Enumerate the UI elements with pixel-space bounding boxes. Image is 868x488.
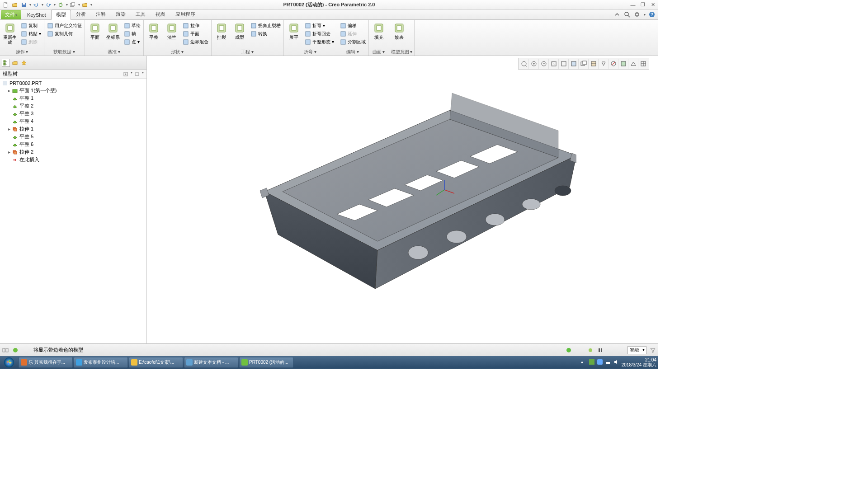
ribbon-button[interactable]: 重新生成 [2, 21, 18, 46]
taskbar-item[interactable]: E:\caofei\1文案\... [129, 357, 183, 368]
tree-node[interactable]: ▸拉伸 1 [0, 125, 146, 133]
ribbon-button[interactable]: 复制几何 [46, 30, 83, 38]
ribbon-button[interactable]: 边界混合 [182, 38, 209, 46]
perspective-icon[interactable] [628, 59, 638, 69]
ribbon-group-label[interactable]: 编辑 ▾ [339, 48, 367, 56]
tree-root[interactable]: PRT0002.PRT [0, 80, 146, 87]
appearance-icon[interactable] [618, 59, 628, 69]
layers-icon[interactable] [589, 59, 599, 69]
chevron-down-icon[interactable]: ▾ [90, 3, 92, 7]
tree-tab-icon[interactable] [2, 59, 10, 67]
start-button[interactable] [0, 356, 18, 369]
tree-node[interactable]: 平整 3 [0, 110, 146, 117]
ribbon-group-label[interactable]: 模型意图 ▾ [391, 48, 413, 56]
ribbon-button[interactable]: 扯裂 [213, 21, 230, 41]
windows-icon[interactable] [69, 1, 77, 9]
status-info-icon[interactable] [12, 347, 19, 354]
viewport-3d[interactable] [147, 56, 658, 343]
annotations-icon[interactable] [599, 59, 609, 69]
chevron-down-icon[interactable]: ▾ [54, 3, 56, 7]
tab-annotate[interactable]: 注释 [91, 9, 111, 19]
ribbon-button[interactable]: 偏移 [339, 22, 367, 29]
tree-node[interactable]: 在此插入 [0, 156, 146, 164]
tab-analysis[interactable]: 分析 [71, 9, 91, 19]
redo-icon[interactable] [44, 1, 52, 9]
ribbon-button[interactable]: 折弯回去 [304, 30, 335, 38]
ribbon-button[interactable]: 坐标系 [105, 21, 121, 41]
repaint-icon[interactable] [549, 59, 559, 69]
tray-chat-icon[interactable] [597, 359, 604, 366]
new-icon[interactable] [2, 1, 10, 9]
tab-render[interactable]: 渲染 [111, 9, 131, 19]
ribbon-button[interactable]: 法兰 [164, 21, 180, 41]
tree-node[interactable]: ▸平面 1(第一个壁) [0, 87, 146, 94]
ribbon-group-label[interactable]: 折弯 ▾ [286, 48, 335, 56]
tree-settings-icon[interactable] [122, 70, 129, 78]
ribbon-button[interactable]: 填充 [371, 21, 387, 41]
ribbon-group-label[interactable]: 形状 ▾ [146, 48, 209, 56]
tray-up-icon[interactable]: ▴ [581, 359, 587, 366]
ribbon-button[interactable]: 粘贴 ▾ [20, 30, 42, 38]
tray-vol-icon[interactable] [613, 359, 620, 366]
ribbon-button[interactable]: 折弯 ▾ [304, 22, 335, 29]
tree-toggle-icon[interactable]: ▸ [6, 150, 12, 155]
tree-show-icon[interactable] [133, 70, 141, 78]
taskbar-clock[interactable]: 21:04 2018/3/24 星期六 [622, 357, 656, 367]
grid-icon[interactable] [638, 59, 648, 69]
chevron-down-icon[interactable]: ▾ [78, 3, 80, 7]
taskbar-item[interactable]: 乐 其实我很在乎... [19, 357, 73, 368]
chevron-down-icon[interactable]: ▾ [29, 3, 31, 7]
zoom-fit-icon[interactable] [519, 59, 529, 69]
collapse-ribbon-icon[interactable] [613, 11, 621, 18]
tab-applications[interactable]: 应用程序 [170, 9, 200, 19]
ribbon-button[interactable]: 平整 [146, 21, 162, 41]
folder-tab-icon[interactable] [11, 59, 19, 67]
ribbon-button[interactable]: 分割区域 [339, 38, 367, 46]
ribbon-button[interactable]: 草绘 [123, 22, 142, 29]
zoom-out-icon[interactable] [539, 59, 549, 69]
tree-toggle-icon[interactable]: ▸ [6, 127, 12, 131]
folder-icon[interactable] [81, 1, 89, 9]
maximize-icon[interactable]: ❐ [639, 2, 646, 8]
taskbar-item[interactable]: PRT0002 (活动的... [239, 357, 293, 368]
ribbon-group-label[interactable]: 曲面 ▾ [371, 48, 387, 56]
tray-app-icon[interactable] [589, 359, 595, 366]
tab-tools[interactable]: 工具 [131, 9, 151, 19]
search-icon[interactable] [623, 11, 631, 18]
favorites-tab-icon[interactable] [20, 59, 28, 67]
box-icon[interactable] [559, 59, 569, 69]
zoom-in-icon[interactable] [529, 59, 539, 69]
taskbar-item[interactable]: 新建文本文档 - ... [184, 357, 238, 368]
ribbon-button[interactable]: 成型 [231, 21, 248, 41]
regen-icon[interactable] [57, 1, 65, 9]
ribbon-button[interactable]: 族表 [391, 21, 407, 41]
open-icon[interactable] [11, 1, 19, 9]
ribbon-button[interactable]: 拉伸 [182, 22, 209, 29]
ribbon-group-label[interactable]: 操作 ▾ [2, 48, 42, 56]
selection-filter[interactable]: 智能 [627, 346, 646, 354]
ribbon-button[interactable]: 平面 [182, 30, 209, 38]
tab-model[interactable]: 模型 [51, 9, 71, 20]
status-pause-icon[interactable] [597, 347, 604, 354]
chevron-down-icon[interactable]: ▾ [644, 13, 646, 17]
ribbon-button[interactable]: 拐角止裂槽 [250, 22, 282, 29]
help-icon[interactable]: ? [648, 11, 656, 18]
tab-file[interactable]: 文件▾ [1, 10, 21, 19]
minimize-icon[interactable]: — [629, 2, 637, 8]
ribbon-button[interactable]: 平整形态 ▾ [304, 38, 335, 46]
tab-view[interactable]: 视图 [151, 9, 170, 19]
tray-net-icon[interactable] [605, 359, 612, 366]
ribbon-group-label[interactable]: 获取数据 ▾ [46, 48, 83, 56]
chevron-down-icon[interactable]: ▾ [66, 3, 68, 7]
tree-node[interactable]: 平整 5 [0, 133, 146, 141]
settings-icon[interactable] [633, 11, 641, 18]
chevron-down-icon[interactable]: ▾ [42, 3, 43, 7]
tree-node[interactable]: ▸拉伸 2 [0, 148, 146, 156]
ribbon-group-label[interactable]: 基准 ▾ [87, 48, 142, 56]
ribbon-button[interactable]: 转换 [250, 30, 282, 38]
ribbon-button[interactable]: 点 ▾ [123, 38, 142, 46]
tree-node[interactable]: 平整 4 [0, 117, 146, 125]
undo-icon[interactable] [32, 1, 40, 9]
dropdown-icon[interactable] [569, 59, 579, 69]
tree-node[interactable]: 平整 2 [0, 102, 146, 110]
